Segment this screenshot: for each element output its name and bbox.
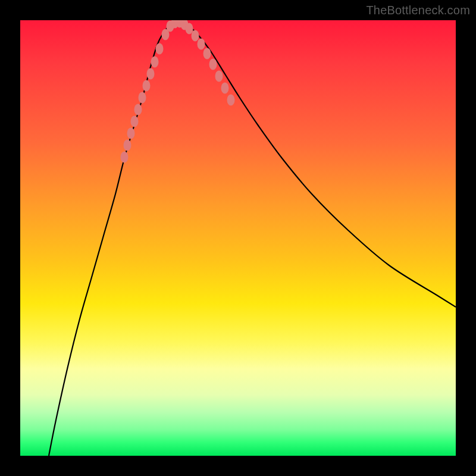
highlight-dot bbox=[121, 152, 129, 163]
highlight-dot bbox=[203, 48, 211, 60]
highlight-dot bbox=[221, 83, 229, 94]
highlight-dot bbox=[147, 68, 155, 80]
highlight-dot bbox=[215, 71, 223, 82]
highlight-dot bbox=[143, 80, 151, 92]
plot-area bbox=[20, 20, 456, 456]
highlight-dot bbox=[134, 104, 142, 115]
watermark-text: TheBottleneck.com bbox=[366, 4, 470, 17]
highlight-dot bbox=[209, 59, 217, 70]
highlight-dot bbox=[139, 92, 146, 104]
highlight-dot bbox=[151, 57, 159, 68]
highlight-dot bbox=[131, 116, 139, 127]
highlight-dot bbox=[124, 140, 131, 151]
chart-frame: TheBottleneck.com bbox=[0, 0, 476, 476]
highlight-dot bbox=[156, 43, 164, 55]
highlight-dot bbox=[227, 95, 235, 106]
highlight-dots-group bbox=[121, 20, 235, 163]
highlight-dot bbox=[186, 23, 193, 35]
highlight-dot bbox=[198, 39, 205, 50]
bottleneck-curve-path bbox=[49, 21, 456, 456]
bottleneck-curve-svg bbox=[20, 20, 456, 456]
highlight-dot bbox=[127, 128, 135, 139]
highlight-dot bbox=[192, 30, 199, 42]
